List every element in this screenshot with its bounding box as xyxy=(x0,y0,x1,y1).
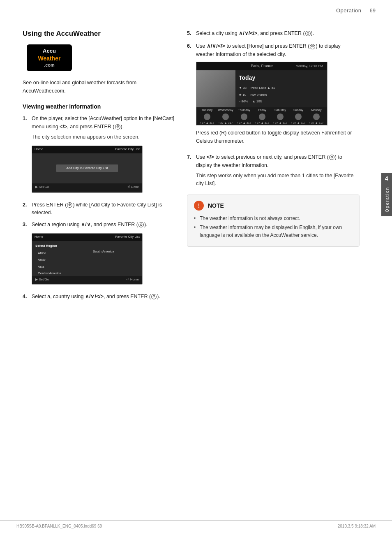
note-icon: ! xyxy=(194,201,204,211)
day-temp-fri: • 37 ▲ 317 xyxy=(255,121,270,125)
weather-stat-uv: ▲ 10ft xyxy=(252,99,262,104)
step-1-content: On the player, select the [AccuWeather] … xyxy=(32,115,175,197)
screen2-region-arcto: Arcto xyxy=(34,257,85,263)
day-temp-thu: • 37 ▲ 317 xyxy=(237,121,251,125)
page-header: Operation 69 xyxy=(0,0,392,17)
step-1-sub: The city selection menu appears on the s… xyxy=(32,133,175,141)
enter-icon-6: ⊙ xyxy=(310,44,315,49)
weather-day-wednesday: Wednesday • 37 ▲ 317 xyxy=(218,108,233,125)
screen1-footer-left: ▶ Set/Go xyxy=(35,185,49,190)
screen2-header: Home Favorite City List xyxy=(32,234,142,241)
day-label-sun: Sunday xyxy=(293,108,303,113)
weather-day-friday: Friday • 37 ▲ 317 xyxy=(255,108,270,125)
weather-photo-bg xyxy=(196,70,235,107)
weather-city: Paris, France Monday, 12:18 PM xyxy=(196,62,327,70)
note-list: The weather information is not always co… xyxy=(194,215,353,239)
enter-icon-3: ⊙ xyxy=(138,222,144,227)
section-title: Using the AccuWeather xyxy=(23,30,175,38)
enter-icon-5: ⊙ xyxy=(305,31,311,36)
screen2-body: Select Region Africa Arcto Asia Central … xyxy=(32,241,142,276)
enter-icon-1: ⊙ xyxy=(115,124,120,130)
weather-today-label: Today xyxy=(239,74,324,83)
weather-stat-humidity: ★ 10 xyxy=(239,93,246,97)
weather-day-sunday: Sunday • 37 ▲ 317 xyxy=(291,108,306,125)
note-title: NOTE xyxy=(208,202,224,209)
screen2-select-region: Select Region xyxy=(34,243,85,249)
screen1-footer-right: ⏎ Done xyxy=(127,185,139,190)
screen2-image: Home Favorite City List Select Region Af… xyxy=(32,233,143,285)
screen2-region-central-america: Central America xyxy=(34,270,85,276)
day-temp-mon: • 37 ▲ 317 xyxy=(309,121,324,125)
step-3-content: Select a region using ∧/∨, and press ENT… xyxy=(32,221,175,288)
logo-line3: .com xyxy=(32,62,66,68)
enter-icon-2: ⊙ xyxy=(67,202,72,208)
day-icon-sun xyxy=(295,113,302,120)
step-7-num: 7. xyxy=(187,153,194,161)
step-3: 3. Select a region using ∧/∨, and press … xyxy=(23,221,175,288)
weather-left-photo xyxy=(196,70,235,107)
day-temp-tue: • 37 ▲ 317 xyxy=(200,121,214,125)
enter-icon-4: ⊙ xyxy=(151,294,157,299)
weather-stat-extra: ≈ 86% xyxy=(239,99,248,104)
weather-day-monday: Monday • 37 ▲ 317 xyxy=(309,108,324,125)
step-4: 4. Select a, country using ∧/∨/</>, and … xyxy=(23,293,175,301)
screen2-south-america: South America xyxy=(89,248,118,255)
note-item-1: The weather information is not always co… xyxy=(194,215,353,222)
weather-stats-row1: ▼ 33 Peak Lake ▲ 41 xyxy=(239,86,324,90)
intro-text: See on-line local and global weather for… xyxy=(23,79,175,95)
day-label-mon: Monday xyxy=(311,108,322,113)
step-6-caption: Press red (R) colored button to toggle d… xyxy=(196,129,360,145)
step-7: 7. Use </> to select previous or next ci… xyxy=(187,153,360,188)
left-column: Using the AccuWeather Accu Weather .com … xyxy=(23,30,175,305)
logo-line1: Accu xyxy=(32,48,66,55)
day-icon-wed xyxy=(222,113,229,120)
weather-days-row: Tuesday • 37 ▲ 317 Wednesday • 37 ▲ 317 xyxy=(196,107,327,125)
screen1-add-city: Add City to Favorite City List xyxy=(56,164,118,172)
left-steps-list: 1. On the player, select the [AccuWeathe… xyxy=(23,115,175,301)
note-header: ! NOTE xyxy=(194,201,353,211)
day-icon-mon xyxy=(313,113,320,120)
side-tab-text: Operation xyxy=(381,181,392,216)
header-title: Operation xyxy=(336,7,362,14)
weather-screen-image: Paris, France Monday, 12:18 PM Today xyxy=(196,62,327,125)
screen2-favlist: Favorite City List xyxy=(115,234,140,239)
weather-stats-row2: ★ 10 NW 9.9m/h xyxy=(239,93,324,97)
day-icon-sat xyxy=(277,113,284,120)
subsection-title: Viewing weather information xyxy=(23,103,175,110)
right-column: 5. Select a city using ∧/∨/</>, and pres… xyxy=(187,30,360,305)
note-item-2: The weather information may be displayed… xyxy=(194,224,353,239)
screen2-footer-left: ▶ Set/Go xyxy=(35,277,49,282)
footer-right: 2010.3.5 9:18:32 AM xyxy=(338,524,376,528)
day-temp-sun: • 37 ▲ 317 xyxy=(291,121,306,125)
footer-left: HB905SB-A0.BPANLLK_ENG_0405.indd69 69 xyxy=(16,524,102,528)
weather-stats-row3: ≈ 86% ▲ 10ft xyxy=(239,99,324,104)
day-icon-tue xyxy=(204,113,210,120)
step-6-num: 6. xyxy=(187,42,194,50)
step-2-content: Press ENTER (⊙) while [Add City to Favor… xyxy=(32,201,175,217)
step-1-num: 1. xyxy=(23,115,29,123)
weather-date: Monday, 12:18 PM xyxy=(295,64,323,69)
screen1-footer: ▶ Set/Go ⏎ Done xyxy=(32,183,142,192)
screen2-footer: ▶ Set/Go ⏎ Home xyxy=(32,276,142,284)
step-2-num: 2. xyxy=(23,201,29,209)
step-1: 1. On the player, select the [AccuWeathe… xyxy=(23,115,175,197)
step-6-content: Use ∧/∨/</> to select [Home] and press E… xyxy=(196,42,360,148)
screen2-home: Home xyxy=(35,234,43,239)
content-area: Using the AccuWeather Accu Weather .com … xyxy=(0,17,392,313)
step-5: 5. Select a city using ∧/∨/</>, and pres… xyxy=(187,30,360,37)
day-temp-sat: • 37 ▲ 317 xyxy=(273,121,288,125)
day-label-fri: Friday xyxy=(258,108,266,113)
accu-weather-logo: Accu Weather .com xyxy=(27,44,72,71)
header-page-num: 69 xyxy=(370,7,376,14)
right-steps-list: 5. Select a city using ∧/∨/</>, and pres… xyxy=(187,30,360,188)
step-5-content: Select a city using ∧/∨/</>, and press E… xyxy=(196,30,360,37)
step-3-num: 3. xyxy=(23,221,29,229)
weather-city-label: Paris, France xyxy=(251,63,273,69)
weather-stat-wind: NW 9.9m/h xyxy=(250,93,267,97)
step-4-content: Select a, country using ∧/∨/</>, and pre… xyxy=(32,293,175,301)
day-temp-wed: • 37 ▲ 317 xyxy=(219,121,233,125)
screen2-region-africa: Africa xyxy=(34,250,85,257)
weather-day-saturday: Saturday • 37 ▲ 317 xyxy=(273,108,288,125)
day-icon-fri xyxy=(259,113,265,120)
step-7-sub: This step works only when you add more t… xyxy=(196,172,360,188)
